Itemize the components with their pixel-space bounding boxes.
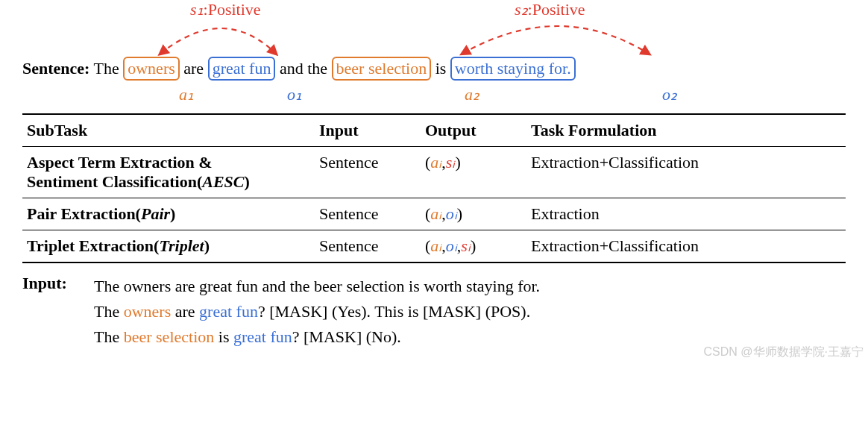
out-o: oᵢ	[446, 236, 457, 255]
input-body: The owners are great fun and the beer se…	[94, 274, 846, 350]
l2-greatfun: great fun	[199, 302, 258, 321]
o2-label: o₂	[662, 85, 677, 104]
table-row: Aspect Term Extraction & Sentiment Class…	[22, 147, 846, 198]
sentence-label: Sentence:	[22, 59, 89, 78]
s2-sym: s₂	[515, 0, 528, 19]
out-a: aᵢ	[430, 204, 441, 223]
a1-label: a₁	[179, 85, 194, 104]
l3b: is	[214, 327, 233, 346]
opinion-2-box: worth staying for.	[450, 57, 576, 81]
subtask-table: SubTask Input Output Task Formulation As…	[22, 113, 846, 263]
table-header-row: SubTask Input Output Task Formulation	[22, 114, 846, 147]
out-o: oᵢ	[446, 204, 457, 223]
formulation-cell: Extraction+Classification	[526, 147, 846, 198]
subtask-em: Triplet	[159, 236, 204, 255]
table-row: Triplet Extraction(Triplet) Sentence (aᵢ…	[22, 230, 846, 263]
out-s: sᵢ	[461, 236, 471, 255]
input-block: Input: The owners are great fun and the …	[22, 274, 846, 350]
sentence-sublabels: a₁ o₁ a₂ o₂	[22, 85, 846, 110]
s1-pos: :Positive	[204, 0, 261, 19]
aspect-2-box: beer selection	[332, 57, 432, 81]
l2-owners: owners	[124, 302, 172, 321]
o1-label: o₁	[287, 85, 302, 104]
subtask-cell: Triplet Extraction(Triplet)	[22, 230, 315, 263]
output-cell: (aᵢ,sᵢ)	[421, 147, 526, 198]
input-line1: The owners are great fun and the beer se…	[94, 277, 540, 295]
l3a: The	[94, 327, 124, 346]
output-cell: (aᵢ,oᵢ)	[421, 198, 526, 230]
subtask-em: AESC	[202, 172, 244, 191]
l2b: are	[171, 302, 199, 321]
subtask-text: Triplet Extraction(	[27, 236, 159, 255]
subtask-suffix: )	[204, 236, 210, 255]
l3-beer: beer selection	[124, 327, 215, 346]
subtask-suffix: )	[170, 204, 175, 223]
s1-sym: s₁	[190, 0, 204, 19]
subtask-text2: Sentiment Classification(	[27, 172, 202, 191]
input-label: Input:	[22, 274, 94, 350]
out-s: sᵢ	[446, 153, 456, 172]
input-cell: Sentence	[315, 147, 421, 198]
arc-label-s2: s₂:Positive	[515, 0, 585, 19]
arc-label-s1: s₁:Positive	[190, 0, 261, 19]
w-is: is	[435, 59, 447, 78]
aspect-1-box: owners	[123, 57, 180, 81]
hdr-output: Output	[421, 114, 526, 147]
formulation-cell: Extraction	[526, 198, 846, 230]
subtask-cell: Aspect Term Extraction & Sentiment Class…	[22, 147, 315, 198]
out-a: aᵢ	[430, 236, 441, 255]
l2a: The	[94, 302, 124, 321]
relation-arcs	[0, 4, 820, 60]
w-and-the: and the	[280, 59, 327, 78]
a2-label: a₂	[465, 85, 479, 104]
w-are: are	[183, 59, 204, 78]
opinion-1-box: great fun	[208, 57, 276, 81]
out-a: aᵢ	[430, 153, 441, 172]
output-cell: (aᵢ,oᵢ,sᵢ)	[421, 230, 526, 263]
subtask-cell: Pair Extraction(Pair)	[22, 198, 315, 230]
hdr-subtask: SubTask	[22, 114, 315, 147]
input-cell: Sentence	[315, 198, 421, 230]
formulation-cell: Extraction+Classification	[526, 230, 846, 263]
l3c: ? [MASK] (No).	[292, 327, 401, 346]
l2c: ? [MASK] (Yes). This is [MASK] (POS).	[258, 302, 530, 321]
subtask-text: Pair Extraction(	[27, 204, 141, 223]
subtask-suffix: )	[245, 172, 250, 191]
sentence-row: Sentence: The owners are great fun and t…	[22, 56, 846, 81]
l3-greatfun: great fun	[233, 327, 292, 346]
s2-pos: :Positive	[528, 0, 585, 19]
hdr-input: Input	[315, 114, 421, 147]
subtask-em: Pair	[141, 204, 170, 223]
hdr-formulation: Task Formulation	[526, 114, 846, 147]
subtask-text: Aspect Term Extraction &	[27, 153, 213, 172]
watermark: CSDN @华师数据学院·王嘉宁	[704, 345, 864, 360]
input-cell: Sentence	[315, 230, 421, 263]
table-row: Pair Extraction(Pair) Sentence (aᵢ,oᵢ) E…	[22, 198, 846, 230]
w-the1: The	[94, 59, 119, 78]
